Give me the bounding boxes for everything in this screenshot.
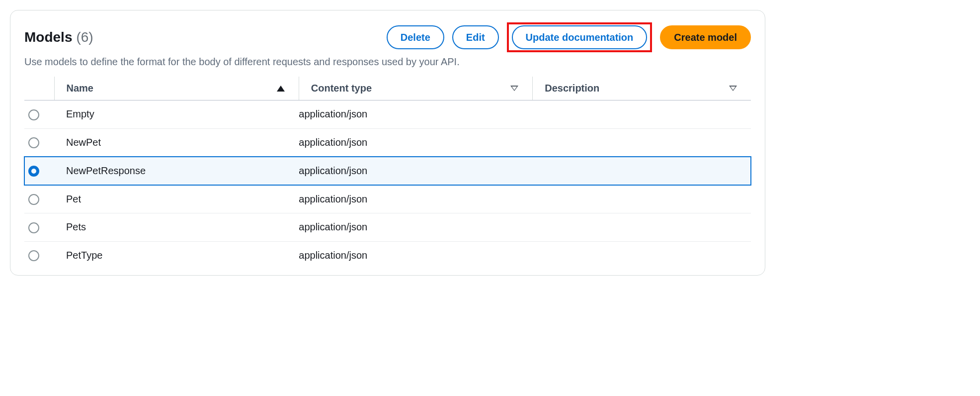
update-documentation-button[interactable]: Update documentation bbox=[512, 25, 648, 49]
model-name-cell: PetType bbox=[54, 241, 299, 269]
column-label: Content type bbox=[311, 83, 372, 94]
table-row[interactable]: Petapplication/json bbox=[24, 185, 751, 213]
models-table: Name Content type Description bbox=[24, 77, 751, 269]
radio-cell[interactable] bbox=[24, 213, 54, 241]
model-name-cell: Pet bbox=[54, 185, 299, 213]
models-panel: Models (6) Delete Edit Update documentat… bbox=[10, 10, 765, 276]
table-row[interactable]: NewPetapplication/json bbox=[24, 128, 751, 157]
description-cell bbox=[533, 100, 751, 129]
table-row[interactable]: Petsapplication/json bbox=[24, 213, 751, 241]
highlight-box: Update documentation bbox=[507, 22, 653, 52]
page-title: Models bbox=[24, 29, 72, 45]
edit-button[interactable]: Edit bbox=[452, 25, 499, 49]
table-row[interactable]: Emptyapplication/json bbox=[24, 100, 751, 129]
action-bar: Delete Edit Update documentation Create … bbox=[387, 22, 751, 52]
radio-cell[interactable] bbox=[24, 128, 54, 157]
radio-button[interactable] bbox=[28, 166, 39, 177]
sort-icon bbox=[510, 86, 518, 91]
model-name-cell: NewPet bbox=[54, 128, 299, 157]
content-type-cell: application/json bbox=[299, 185, 532, 213]
radio-button[interactable] bbox=[28, 137, 39, 148]
model-name-cell: Empty bbox=[54, 100, 299, 129]
description-cell bbox=[533, 185, 751, 213]
sort-icon bbox=[729, 86, 737, 91]
radio-cell[interactable] bbox=[24, 241, 54, 269]
panel-description: Use models to define the format for the … bbox=[24, 56, 751, 68]
model-name-cell: NewPetResponse bbox=[54, 157, 299, 185]
table-header-row: Name Content type Description bbox=[24, 77, 751, 100]
column-label: Description bbox=[545, 83, 599, 94]
content-type-cell: application/json bbox=[299, 100, 532, 129]
description-column-header[interactable]: Description bbox=[533, 77, 751, 100]
radio-cell[interactable] bbox=[24, 157, 54, 185]
description-cell bbox=[533, 157, 751, 185]
radio-button[interactable] bbox=[28, 222, 39, 233]
radio-cell[interactable] bbox=[24, 185, 54, 213]
delete-button[interactable]: Delete bbox=[387, 25, 444, 49]
description-cell bbox=[533, 128, 751, 157]
content-type-cell: application/json bbox=[299, 241, 532, 269]
content-type-cell: application/json bbox=[299, 157, 532, 185]
select-column-header bbox=[24, 77, 54, 100]
radio-cell[interactable] bbox=[24, 100, 54, 129]
content-type-column-header[interactable]: Content type bbox=[299, 77, 532, 100]
content-type-cell: application/json bbox=[299, 128, 532, 157]
radio-button[interactable] bbox=[28, 250, 39, 261]
create-model-button[interactable]: Create model bbox=[660, 25, 751, 49]
description-cell bbox=[533, 241, 751, 269]
radio-button[interactable] bbox=[28, 194, 39, 205]
content-type-cell: application/json bbox=[299, 213, 532, 241]
radio-button[interactable] bbox=[28, 109, 39, 120]
column-label: Name bbox=[67, 83, 93, 94]
description-cell bbox=[533, 213, 751, 241]
model-name-cell: Pets bbox=[54, 213, 299, 241]
item-count: (6) bbox=[76, 29, 93, 45]
table-row[interactable]: PetTypeapplication/json bbox=[24, 241, 751, 269]
title-group: Models (6) bbox=[24, 29, 93, 45]
sort-asc-icon bbox=[277, 86, 285, 92]
panel-header: Models (6) Delete Edit Update documentat… bbox=[24, 22, 751, 52]
table-row[interactable]: NewPetResponseapplication/json bbox=[24, 157, 751, 185]
name-column-header[interactable]: Name bbox=[54, 77, 299, 100]
